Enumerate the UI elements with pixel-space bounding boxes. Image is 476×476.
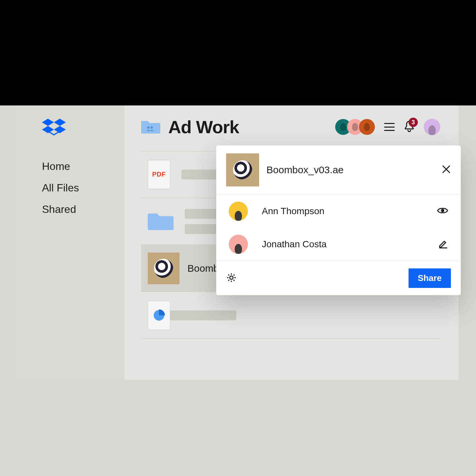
collaborator-avatars[interactable] bbox=[335, 119, 375, 135]
file-row-chart[interactable] bbox=[141, 292, 440, 339]
top-black-bar bbox=[0, 0, 476, 105]
notifications-button[interactable]: 3 bbox=[404, 120, 415, 134]
share-person-row: Ann Thompson bbox=[216, 195, 461, 228]
pdf-file-icon: PDF bbox=[148, 160, 170, 189]
permission-edit-button[interactable] bbox=[438, 239, 448, 250]
svg-marker-1 bbox=[54, 119, 66, 126]
page-title: Ad Work bbox=[168, 117, 239, 137]
menu-icon[interactable] bbox=[384, 123, 395, 131]
avatar bbox=[229, 202, 248, 221]
filename-placeholder bbox=[170, 310, 236, 320]
shared-folder-icon bbox=[141, 118, 160, 136]
share-person-name: Jonathan Costa bbox=[262, 239, 327, 250]
svg-marker-0 bbox=[42, 119, 54, 126]
avatar bbox=[229, 235, 248, 254]
eye-icon bbox=[437, 207, 448, 215]
sidebar-item-home[interactable]: Home bbox=[42, 160, 125, 173]
dropbox-logo-icon[interactable] bbox=[42, 119, 125, 140]
close-button[interactable] bbox=[442, 165, 451, 175]
svg-point-8 bbox=[441, 209, 444, 212]
share-modal-header: Boombox_v03.ae bbox=[216, 145, 461, 195]
page-header: Ad Work 3 bbox=[141, 117, 440, 137]
svg-point-6 bbox=[151, 127, 153, 129]
share-file-name: Boombox_v03.ae bbox=[266, 164, 344, 176]
share-modal: Boombox_v03.ae Ann Thompson Jonathan Cos… bbox=[216, 145, 461, 295]
share-settings-button[interactable] bbox=[226, 272, 237, 284]
share-modal-footer: Share bbox=[216, 261, 461, 295]
share-person-name: Ann Thompson bbox=[262, 206, 324, 217]
notification-badge: 3 bbox=[409, 118, 418, 127]
permission-view-button[interactable] bbox=[437, 207, 448, 216]
share-button[interactable]: Share bbox=[409, 268, 451, 288]
sidebar: Home All Files Shared bbox=[16, 105, 125, 380]
close-icon bbox=[442, 165, 451, 174]
share-person-row: Jonathan Costa bbox=[216, 228, 461, 261]
folder-icon bbox=[148, 212, 174, 231]
svg-point-10 bbox=[230, 276, 233, 279]
svg-marker-3 bbox=[54, 126, 66, 133]
sidebar-item-all-files[interactable]: All Files bbox=[42, 182, 125, 194]
svg-point-5 bbox=[147, 127, 149, 129]
gear-icon bbox=[226, 272, 237, 283]
chart-file-icon bbox=[148, 301, 170, 330]
share-file-thumbnail bbox=[226, 153, 259, 186]
svg-marker-2 bbox=[42, 126, 54, 133]
pencil-icon bbox=[438, 239, 448, 249]
image-thumbnail bbox=[148, 253, 179, 284]
sidebar-item-shared[interactable]: Shared bbox=[42, 203, 125, 216]
current-user-avatar[interactable] bbox=[424, 119, 440, 135]
